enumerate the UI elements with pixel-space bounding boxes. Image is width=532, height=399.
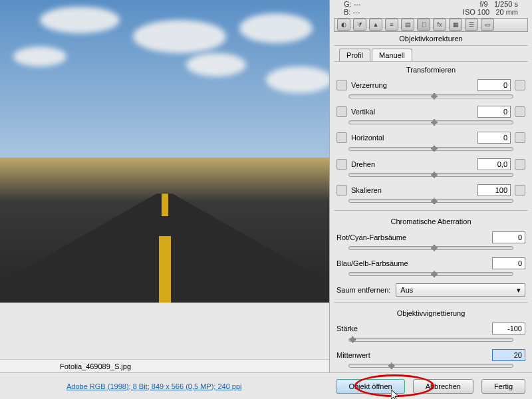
tab-curve-icon[interactable]: ⧩ <box>353 19 366 31</box>
preview-pane: Fotolia_469089_S.jpg <box>0 0 329 372</box>
info-b: B: --- <box>344 8 361 16</box>
horizontal-icon2 <box>515 132 525 143</box>
redcyan-input[interactable] <box>492 231 525 243</box>
tab-strip: ◐ ⧩ ▲ ≡ ▤ ⎕ fx ▦ ☰ ▭ <box>334 18 528 32</box>
rotate-input[interactable] <box>477 158 511 170</box>
tab-fx-icon[interactable]: fx <box>433 19 446 31</box>
tab-presets-icon[interactable]: ☰ <box>465 19 478 31</box>
blueyellow-input[interactable] <box>492 257 525 269</box>
tab-profile[interactable]: Profil <box>339 49 370 61</box>
horizontal-input[interactable] <box>477 132 511 144</box>
blueyellow-label: Blau/Gelb-Farbsäume <box>336 259 488 267</box>
redcyan-label: Rot/Cyan-Farbsäume <box>336 233 488 241</box>
tab-lens-icon[interactable]: ⎕ <box>417 19 430 31</box>
info-fstop: f/9 <box>480 0 488 8</box>
info-focal: 20 mm <box>495 8 518 16</box>
info-iso: ISO 100 <box>463 8 489 16</box>
section-vignette: Objektivvignettierung <box>334 305 528 320</box>
vertical-icon2 <box>515 106 525 117</box>
horizontal-label: Horizontal <box>351 134 473 142</box>
section-transform: Transformieren <box>334 62 528 76</box>
right-panel: G: --- B: --- f/9 1/250 s ISO 100 20 mm … <box>329 0 532 372</box>
info-g: G: --- <box>344 0 361 8</box>
rotate-icon2 <box>515 159 525 170</box>
scale-label: Skalieren <box>351 186 473 194</box>
tab-manual[interactable]: Manuell <box>372 49 412 61</box>
midpoint-input[interactable] <box>492 349 525 361</box>
open-object-button[interactable]: Objekt öffnen <box>336 379 404 394</box>
filename-bar: Fotolia_469089_S.jpg <box>0 359 329 372</box>
image-info: G: --- B: --- f/9 1/250 s ISO 100 20 mm <box>334 0 528 18</box>
cancel-button[interactable]: Abbrechen <box>413 379 473 394</box>
panel-title: Objektivkorrekturen <box>334 32 528 46</box>
amount-input[interactable] <box>492 323 525 334</box>
preview-image[interactable] <box>0 0 329 303</box>
rotate-icon <box>336 159 347 170</box>
tab-detail-icon[interactable]: ▲ <box>369 19 382 31</box>
distortion-icon2 <box>515 80 525 90</box>
distortion-icon <box>336 80 347 90</box>
horizontal-icon <box>336 132 347 143</box>
info-shutter: 1/250 s <box>494 0 518 8</box>
subtab-bar: Profil Manuell <box>334 46 528 62</box>
fringe-label: Saum entfernen: <box>336 286 390 294</box>
filename-text: Fotolia_469089_S.jpg <box>60 362 131 370</box>
distortion-label: Verzerrung <box>351 81 473 89</box>
vertical-input[interactable] <box>477 106 511 118</box>
scale-input[interactable] <box>477 184 511 196</box>
tab-basic-icon[interactable]: ◐ <box>337 19 350 31</box>
vertical-label: Vertikal <box>351 108 473 116</box>
tab-camera-icon[interactable]: ▦ <box>449 19 462 31</box>
footer-bar: Adobe RGB (1998); 8 Bit; 849 x 566 (0,5 … <box>0 372 532 399</box>
done-button[interactable]: Fertig <box>481 379 525 394</box>
fringe-select[interactable]: Aus ▾ <box>396 283 525 297</box>
midpoint-label: Mittenwert <box>336 351 488 359</box>
amount-slider[interactable] <box>348 338 513 342</box>
chevron-down-icon: ▾ <box>517 286 521 295</box>
rotate-label: Drehen <box>351 160 473 168</box>
scale-icon <box>336 185 347 196</box>
tab-snapshots-icon[interactable]: ▭ <box>481 19 494 31</box>
section-chromatic: Chromatische Aberration <box>334 213 528 228</box>
vertical-icon <box>336 106 347 117</box>
amount-label: Stärke <box>336 325 488 332</box>
distortion-input[interactable] <box>477 79 511 91</box>
midpoint-slider[interactable] <box>348 364 513 368</box>
metadata-link[interactable]: Adobe RGB (1998); 8 Bit; 849 x 566 (0,5 … <box>66 382 242 390</box>
fringe-value: Aus <box>400 286 413 294</box>
tab-split-icon[interactable]: ▤ <box>401 19 414 31</box>
tab-hsl-icon[interactable]: ≡ <box>385 19 398 31</box>
scale-icon2 <box>515 185 525 196</box>
